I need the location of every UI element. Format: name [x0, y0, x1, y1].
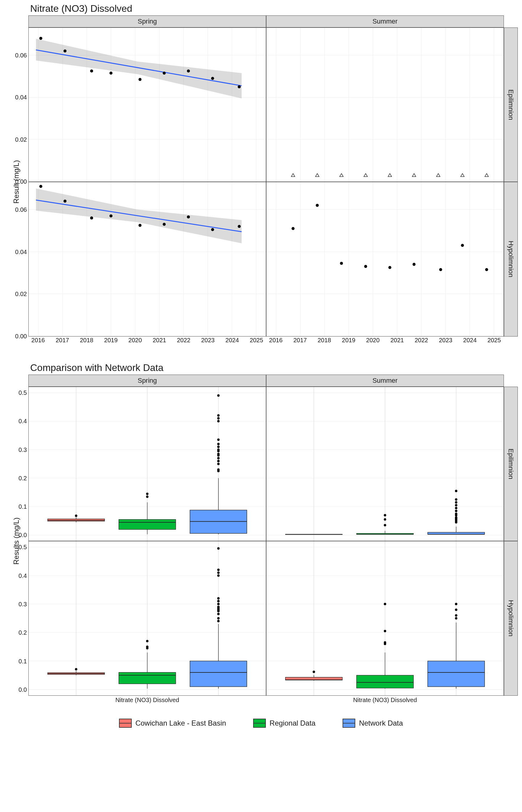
- svg-point-24: [238, 85, 241, 88]
- scatter-figure: Nitrate (NO3) Dissolved Spring Summer Re…: [0, 0, 522, 344]
- svg-point-20: [138, 78, 141, 81]
- svg-rect-196: [190, 661, 247, 687]
- svg-point-172: [455, 490, 457, 492]
- legend-label: Network Data: [359, 719, 403, 727]
- svg-point-94: [461, 244, 464, 247]
- svg-marker-46: [461, 174, 464, 177]
- x-ticks: 2016201720182019202020212022202320242025: [28, 336, 266, 344]
- svg-point-66: [90, 217, 93, 220]
- svg-point-192: [146, 646, 148, 648]
- scatter-title: Nitrate (NO3) Dissolved: [0, 0, 522, 15]
- svg-point-205: [217, 603, 220, 605]
- legend: Cowichan Lake - East BasinRegional DataN…: [0, 704, 522, 734]
- svg-point-132: [217, 420, 220, 422]
- svg-point-240: [455, 609, 457, 611]
- legend-item: Cowichan Lake - East Basin: [119, 719, 226, 728]
- boxplot-title: Comparison with Network Data: [0, 359, 522, 374]
- svg-marker-45: [437, 174, 440, 177]
- svg-point-95: [485, 268, 488, 271]
- svg-point-124: [217, 457, 220, 460]
- svg-marker-40: [315, 174, 319, 177]
- svg-point-210: [217, 569, 220, 571]
- box-panel: 0.00.10.20.30.40.5: [28, 387, 266, 541]
- svg-point-170: [455, 501, 457, 504]
- svg-point-167: [455, 510, 457, 512]
- box-panel: [266, 541, 504, 695]
- box-panel: [266, 387, 504, 541]
- svg-point-115: [146, 493, 148, 495]
- svg-point-164: [455, 516, 457, 519]
- facet-row-epi: Epilimnion: [504, 387, 518, 541]
- facet-col-spring: Spring: [28, 374, 266, 387]
- svg-point-241: [455, 603, 457, 605]
- svg-marker-43: [388, 174, 392, 177]
- svg-point-90: [364, 265, 367, 268]
- svg-marker-44: [412, 174, 416, 177]
- svg-point-133: [217, 417, 220, 420]
- svg-marker-41: [340, 174, 343, 177]
- svg-point-92: [413, 263, 416, 266]
- svg-marker-39: [291, 174, 295, 177]
- svg-point-87: [292, 227, 295, 230]
- svg-point-88: [316, 204, 319, 207]
- svg-rect-189: [119, 672, 176, 684]
- svg-point-69: [163, 223, 166, 226]
- facet-row-hypo: Hypolimnion: [504, 182, 518, 336]
- svg-rect-112: [119, 520, 176, 530]
- svg-point-198: [217, 620, 220, 622]
- box-panel: 0.00.10.20.30.40.5: [28, 541, 266, 695]
- svg-point-238: [455, 617, 457, 620]
- svg-marker-14: [36, 39, 242, 98]
- svg-point-126: [217, 453, 220, 455]
- svg-point-93: [439, 268, 442, 271]
- svg-point-91: [388, 266, 392, 269]
- scatter-panel: [266, 182, 504, 336]
- svg-point-204: [217, 606, 220, 608]
- legend-swatch-icon: [253, 719, 266, 728]
- facet-row-hypo: Hypolimnion: [504, 541, 518, 695]
- svg-point-70: [187, 216, 190, 218]
- svg-point-134: [217, 414, 220, 417]
- legend-swatch-icon: [343, 719, 355, 728]
- svg-point-135: [217, 394, 220, 397]
- svg-point-225: [313, 671, 315, 673]
- svg-point-72: [238, 225, 241, 228]
- svg-point-68: [138, 224, 141, 227]
- svg-point-128: [217, 449, 220, 451]
- svg-point-130: [217, 443, 220, 445]
- svg-point-89: [340, 262, 343, 265]
- boxplot-figure: Comparison with Network Data Spring Summ…: [0, 359, 522, 704]
- svg-point-154: [384, 519, 386, 521]
- svg-point-121: [217, 469, 220, 471]
- legend-item: Regional Data: [253, 719, 315, 728]
- svg-point-16: [39, 37, 42, 40]
- svg-point-67: [109, 215, 113, 218]
- svg-point-239: [455, 614, 457, 617]
- svg-point-169: [455, 504, 457, 506]
- legend-swatch-icon: [119, 719, 132, 728]
- scatter-panel: 0.000.020.040.06: [28, 27, 266, 182]
- facet-col-summer: Summer: [266, 15, 504, 27]
- scatter-panel: [266, 27, 504, 182]
- svg-point-233: [384, 603, 386, 605]
- svg-point-17: [63, 49, 66, 53]
- svg-point-193: [146, 640, 148, 642]
- svg-point-22: [187, 69, 190, 73]
- facet-col-spring: Spring: [28, 15, 266, 27]
- svg-point-71: [211, 228, 214, 231]
- box-xlabel: Nitrate (NO3) Dissolved: [28, 695, 266, 704]
- svg-point-153: [384, 524, 386, 526]
- svg-point-168: [455, 507, 457, 509]
- svg-point-122: [217, 463, 220, 465]
- svg-point-109: [75, 514, 77, 517]
- svg-point-206: [217, 600, 220, 602]
- svg-point-131: [217, 439, 220, 441]
- svg-marker-42: [364, 174, 367, 177]
- svg-line-63: [36, 200, 242, 232]
- facet-row-epi: Epilimnion: [504, 27, 518, 182]
- svg-point-171: [455, 499, 457, 501]
- svg-point-19: [109, 72, 113, 75]
- svg-point-23: [211, 77, 214, 80]
- svg-point-208: [217, 574, 220, 577]
- svg-point-209: [217, 571, 220, 574]
